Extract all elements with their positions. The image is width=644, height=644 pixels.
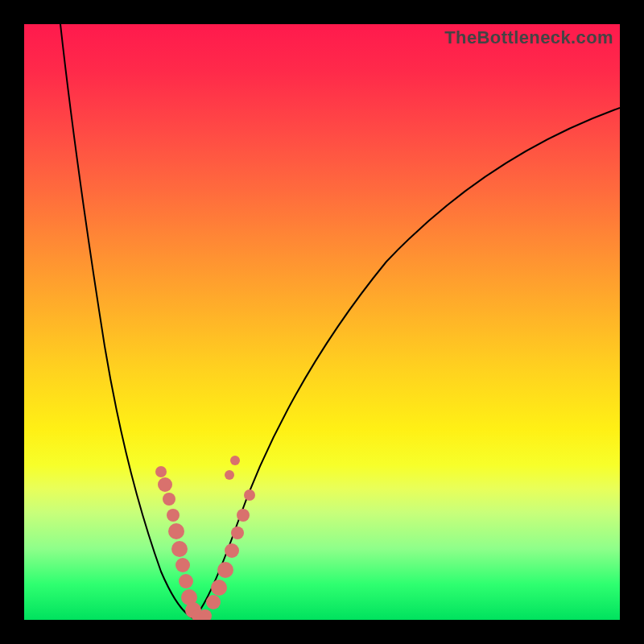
chart-plot-area: TheBottleneck.com bbox=[24, 24, 620, 620]
marker-dot bbox=[175, 558, 190, 572]
marker-dot bbox=[211, 580, 227, 596]
marker-dot bbox=[217, 562, 233, 578]
marker-dot bbox=[225, 543, 239, 558]
marker-dot bbox=[158, 477, 172, 492]
curve-right-branch bbox=[193, 108, 620, 618]
marker-dot bbox=[230, 456, 240, 465]
chart-svg bbox=[24, 24, 620, 620]
marker-dot bbox=[171, 541, 188, 557]
marker-dot bbox=[155, 466, 167, 477]
marker-dot bbox=[225, 470, 234, 480]
marker-dot bbox=[231, 526, 244, 539]
marker-dot bbox=[206, 595, 221, 609]
marker-dot bbox=[163, 493, 175, 506]
marker-dot bbox=[179, 574, 193, 588]
marker-group bbox=[155, 456, 255, 620]
marker-dot bbox=[168, 523, 184, 539]
marker-dot bbox=[167, 509, 180, 522]
marker-dot bbox=[237, 509, 250, 522]
chart-frame: TheBottleneck.com bbox=[0, 0, 644, 644]
marker-dot bbox=[244, 489, 255, 501]
